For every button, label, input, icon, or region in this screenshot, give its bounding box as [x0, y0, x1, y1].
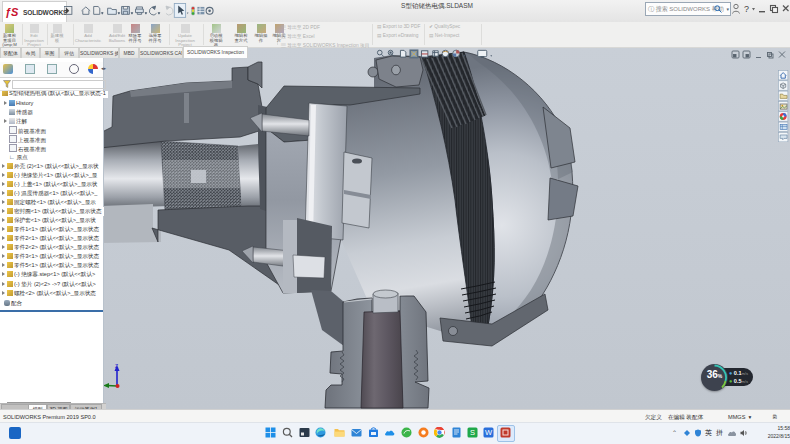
svg-text:?: ?	[744, 4, 749, 14]
svg-text:Z: Z	[115, 363, 118, 369]
svg-text:S: S	[470, 428, 475, 437]
svg-text:W: W	[485, 428, 493, 437]
